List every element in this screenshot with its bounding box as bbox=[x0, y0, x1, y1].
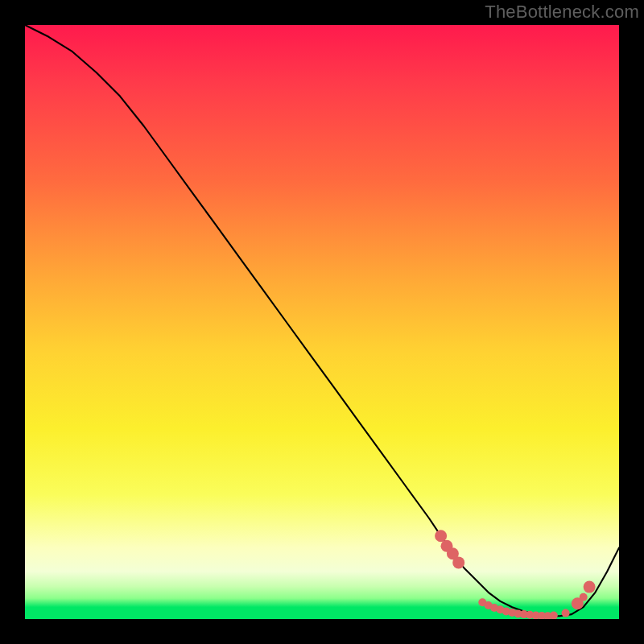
marker-dot bbox=[550, 612, 558, 619]
chart-frame: TheBottleneck.com bbox=[0, 0, 644, 644]
watermark-text: TheBottleneck.com bbox=[485, 2, 639, 23]
plot-area bbox=[25, 25, 619, 619]
marker-dot bbox=[435, 530, 447, 542]
marker-group bbox=[435, 530, 596, 619]
marker-dot bbox=[584, 581, 596, 593]
marker-dot bbox=[452, 556, 464, 568]
marker-dot bbox=[562, 609, 570, 617]
bottleneck-curve bbox=[25, 25, 619, 616]
marker-dot bbox=[580, 593, 588, 601]
curve-layer bbox=[25, 25, 619, 619]
